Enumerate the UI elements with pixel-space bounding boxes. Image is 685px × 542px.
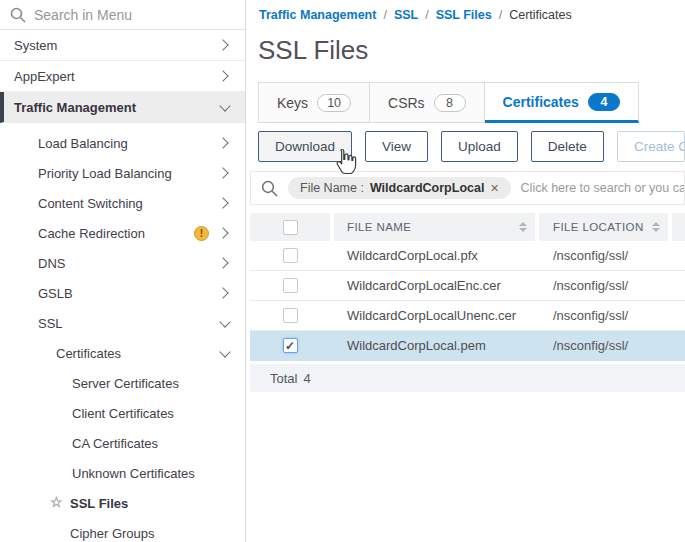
column-header-file-name[interactable]: FILE NAME bbox=[334, 213, 535, 241]
table-header: FILE NAME FILE LOCATION bbox=[250, 213, 685, 241]
sidebar-item-priority-load-balancing[interactable]: Priority Load Balancing bbox=[0, 158, 245, 188]
download-button[interactable]: Download bbox=[258, 131, 352, 162]
file-name-cell: WildcardCorpLocalEnc.cer bbox=[330, 278, 535, 293]
row-checkbox[interactable] bbox=[283, 308, 298, 323]
table-footer: Total 4 bbox=[250, 364, 685, 392]
chevron-right-icon bbox=[217, 137, 228, 148]
main-content: Traffic Management / SSL / SSL Files / C… bbox=[246, 0, 685, 542]
tab-keys-count-badge: 10 bbox=[317, 94, 351, 112]
search-icon bbox=[10, 7, 26, 23]
row-checkbox[interactable] bbox=[283, 278, 298, 293]
file-location-cell: /nsconfig/ssl/ bbox=[535, 308, 664, 323]
total-label: Total bbox=[270, 371, 297, 386]
sidebar-item-ssl-files[interactable]: ☆ SSL Files bbox=[0, 488, 245, 518]
select-all-header-cell bbox=[250, 213, 330, 241]
toolbar: Download View Upload Delete Create Ce bbox=[258, 131, 685, 162]
sort-icon[interactable] bbox=[652, 222, 660, 232]
chevron-right-icon bbox=[217, 39, 228, 50]
tab-bar: Keys 10 CSRs 8 Certificates 4 bbox=[258, 82, 685, 123]
search-icon bbox=[261, 180, 278, 197]
sidebar-item-ssl[interactable]: SSL bbox=[0, 308, 245, 338]
tab-certificates-count-badge: 4 bbox=[588, 93, 620, 111]
tab-csrs[interactable]: CSRs 8 bbox=[370, 82, 485, 123]
row-checkbox[interactable] bbox=[283, 248, 298, 263]
sidebar-search-input[interactable] bbox=[34, 7, 214, 23]
chip-remove-icon[interactable]: × bbox=[490, 181, 498, 195]
chevron-right-icon bbox=[217, 227, 228, 238]
sidebar-item-server-certificates[interactable]: Server Certificates bbox=[0, 368, 245, 398]
sidebar-item-load-balancing[interactable]: Load Balancing bbox=[0, 128, 245, 158]
sidebar-item-content-switching[interactable]: Content Switching bbox=[0, 188, 245, 218]
sidebar-item-appexpert[interactable]: AppExpert bbox=[0, 61, 245, 92]
tab-csrs-count-badge: 8 bbox=[434, 94, 466, 112]
chevron-down-icon bbox=[219, 346, 230, 357]
column-header-next bbox=[672, 213, 685, 241]
search-filter-chip[interactable]: File Name : WildcardCorpLocal × bbox=[288, 177, 511, 199]
table-row[interactable]: WildcardCorpLocalEnc.cer /nsconfig/ssl/ bbox=[250, 271, 685, 301]
chevron-down-icon bbox=[219, 316, 230, 327]
chevron-right-icon bbox=[217, 197, 228, 208]
chip-key: File Name : bbox=[300, 181, 364, 195]
page-title: SSL Files bbox=[258, 35, 685, 66]
star-icon: ☆ bbox=[50, 494, 63, 510]
search-placeholder: Click here to search or you can ent bbox=[521, 181, 685, 195]
select-all-checkbox[interactable] bbox=[283, 220, 298, 235]
sidebar-item-dns[interactable]: DNS bbox=[0, 248, 245, 278]
sidebar-item-unknown-certificates[interactable]: Unknown Certificates bbox=[0, 458, 245, 488]
file-name-cell: WildcardCorpLocal.pem bbox=[330, 338, 535, 353]
sort-icon[interactable] bbox=[519, 222, 527, 232]
table-row[interactable]: WildcardCorpLocalUnenc.cer /nsconfig/ssl… bbox=[250, 301, 685, 331]
sidebar-item-gslb[interactable]: GSLB bbox=[0, 278, 245, 308]
breadcrumb-link-ssl-files[interactable]: SSL Files bbox=[436, 8, 492, 22]
view-button[interactable]: View bbox=[365, 131, 428, 162]
chip-value: WildcardCorpLocal bbox=[370, 181, 484, 195]
breadcrumb-link-ssl[interactable]: SSL bbox=[394, 8, 418, 22]
file-name-cell: WildcardCorpLocal.pfx bbox=[330, 248, 535, 263]
table-row-selected[interactable]: ✓ WildcardCorpLocal.pem /nsconfig/ssl/ bbox=[250, 331, 685, 361]
table-search-bar[interactable]: File Name : WildcardCorpLocal × Click he… bbox=[250, 171, 685, 205]
row-checkbox-checked[interactable]: ✓ bbox=[283, 338, 298, 353]
chevron-down-icon bbox=[219, 100, 230, 111]
create-certificate-button: Create Ce bbox=[617, 131, 685, 162]
delete-button[interactable]: Delete bbox=[531, 131, 604, 162]
sidebar-item-cipher-groups[interactable]: Cipher Groups bbox=[0, 518, 245, 542]
breadcrumb-current: Certificates bbox=[509, 8, 572, 22]
total-count: 4 bbox=[303, 371, 310, 386]
file-location-cell: /nsconfig/ssl/ bbox=[535, 248, 664, 263]
warning-icon: ! bbox=[194, 226, 209, 241]
breadcrumb: Traffic Management / SSL / SSL Files / C… bbox=[246, 0, 685, 22]
chevron-right-icon bbox=[217, 257, 228, 268]
sidebar-item-ca-certificates[interactable]: CA Certificates bbox=[0, 428, 245, 458]
tab-keys[interactable]: Keys 10 bbox=[258, 82, 370, 123]
sidebar: System AppExpert Traffic Management Load… bbox=[0, 0, 246, 542]
tab-certificates[interactable]: Certificates 4 bbox=[485, 82, 639, 123]
chevron-right-icon bbox=[217, 70, 228, 81]
file-name-cell: WildcardCorpLocalUnenc.cer bbox=[330, 308, 535, 323]
column-header-file-location[interactable]: FILE LOCATION bbox=[539, 213, 668, 241]
breadcrumb-link-traffic-management[interactable]: Traffic Management bbox=[259, 8, 376, 22]
sidebar-submenu: Load Balancing Priority Load Balancing C… bbox=[0, 123, 245, 542]
sidebar-item-system[interactable]: System bbox=[0, 30, 245, 61]
sidebar-item-certificates[interactable]: Certificates bbox=[0, 338, 245, 368]
sidebar-item-cache-redirection[interactable]: Cache Redirection ! bbox=[0, 218, 245, 248]
sidebar-item-client-certificates[interactable]: Client Certificates bbox=[0, 398, 245, 428]
files-table: FILE NAME FILE LOCATION WildcardCorpLoca… bbox=[250, 213, 685, 392]
table-row[interactable]: WildcardCorpLocal.pfx /nsconfig/ssl/ bbox=[250, 241, 685, 271]
chevron-right-icon bbox=[217, 167, 228, 178]
file-location-cell: /nsconfig/ssl/ bbox=[535, 338, 664, 353]
upload-button[interactable]: Upload bbox=[441, 131, 518, 162]
sidebar-item-traffic-management[interactable]: Traffic Management bbox=[0, 92, 245, 123]
file-location-cell: /nsconfig/ssl/ bbox=[535, 278, 664, 293]
chevron-right-icon bbox=[217, 287, 228, 298]
sidebar-search[interactable] bbox=[0, 0, 245, 30]
